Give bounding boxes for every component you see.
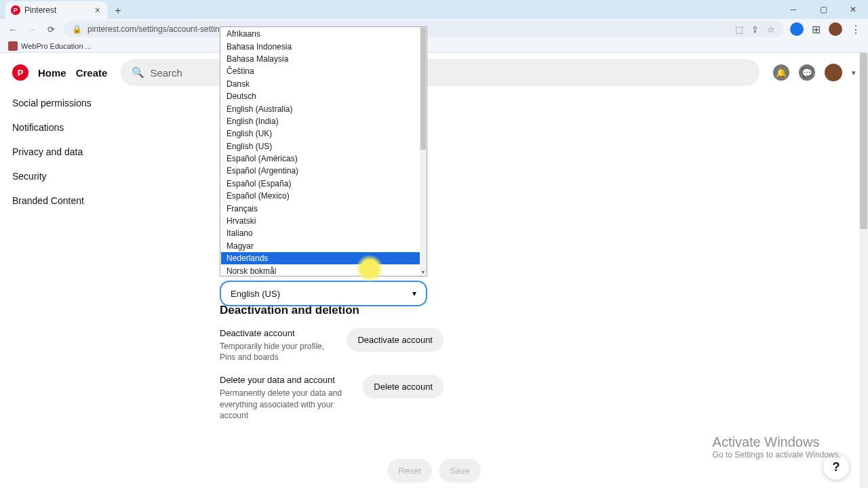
sidebar-item-security[interactable]: Security (12, 164, 134, 188)
deactivate-desc: Temporarily hide your profile, Pins and … (220, 341, 337, 363)
search-input[interactable]: 🔍 Search (121, 59, 760, 86)
account-avatar-icon[interactable] (825, 64, 842, 81)
browser-tab[interactable]: P Pinterest × (5, 1, 107, 19)
dropdown-scroll-thumb[interactable] (420, 28, 426, 150)
language-option[interactable]: Español (Américas) (221, 152, 420, 165)
pinterest-logo-icon[interactable]: P (12, 64, 28, 81)
page-scrollbar[interactable] (859, 53, 868, 488)
language-option[interactable]: Italiano (221, 227, 420, 239)
url-text: pinterest.com/settings/account-settings/ (87, 24, 231, 34)
dropdown-scrollbar[interactable]: ▾ (420, 27, 427, 276)
language-option[interactable]: Bahasa Malaysia (221, 53, 420, 65)
bookmarks-bar: WebPro Education ... (0, 39, 868, 53)
sidebar-item-notifications[interactable]: Notifications (12, 115, 134, 140)
browser-toolbar: ← → ⟳ 🔒 pinterest.com/settings/account-s… (0, 19, 868, 39)
language-option[interactable]: Español (Argentina) (221, 165, 420, 177)
language-dropdown[interactable]: AfrikaansBahasa IndonesiaBahasa Malaysia… (220, 26, 427, 277)
star-icon[interactable]: ☆ (767, 24, 775, 35)
windows-watermark: Activate Windows Go to Settings to activ… (713, 434, 841, 460)
maximize-button[interactable]: ▢ (808, 0, 838, 19)
deactivate-row: Deactivate account Temporarily hide your… (220, 328, 443, 363)
search-icon: 🔍 (132, 66, 144, 79)
minimize-button[interactable]: ─ (778, 0, 808, 19)
notifications-icon[interactable]: 🔔 (773, 64, 789, 81)
tab-title: Pinterest (24, 5, 56, 15)
deactivate-button[interactable]: Deactivate account (347, 328, 443, 352)
nav-home[interactable]: Home (38, 67, 66, 79)
language-option[interactable]: English (UK) (221, 127, 420, 140)
menu-icon[interactable]: ⋮ (850, 23, 861, 36)
lock-icon: 🔒 (72, 24, 82, 34)
deactivate-label: Deactivate account (220, 328, 337, 338)
extensions-icon[interactable]: ⊞ (812, 23, 821, 36)
watermark-sub: Go to Settings to activate Windows. (713, 450, 841, 460)
language-option[interactable]: Bahasa Indonesia (221, 40, 420, 52)
pinterest-header: P Home Create 🔍 Search 🔔 💬 ▾ (0, 53, 868, 92)
forward-icon[interactable]: → (26, 24, 38, 35)
settings-sidebar: Social permissions Notifications Privacy… (12, 91, 134, 213)
watermark-title: Activate Windows (713, 434, 841, 450)
language-option[interactable]: English (US) (221, 140, 420, 152)
scroll-down-icon[interactable]: ▾ (420, 269, 427, 276)
messages-icon[interactable]: 💬 (799, 64, 815, 81)
sidebar-item-privacy-data[interactable]: Privacy and data (12, 140, 134, 164)
language-option[interactable]: English (Australia) (221, 102, 420, 115)
chevron-down-icon[interactable]: ▾ (852, 68, 856, 77)
settings-main: Deactivation and deletion Deactivate acc… (220, 304, 443, 433)
language-option[interactable]: Deutsch (221, 90, 420, 102)
page-scroll-thumb[interactable] (860, 53, 867, 229)
bookmark-favicon-icon (8, 41, 18, 51)
close-icon[interactable]: × (95, 5, 100, 16)
language-option[interactable]: Čeština (221, 65, 420, 77)
reload-icon[interactable]: ⟳ (45, 24, 57, 35)
language-option[interactable]: Français (221, 202, 420, 214)
language-option[interactable]: English (India) (221, 115, 420, 127)
language-option[interactable]: Norsk bokmål (221, 264, 420, 275)
reset-button[interactable]: Reset (387, 459, 432, 483)
language-select-value: English (US) (231, 289, 280, 299)
language-option[interactable]: Hrvatski (221, 215, 420, 227)
language-option[interactable]: Español (Mexico) (221, 190, 420, 202)
chevron-down-icon: ▾ (412, 289, 416, 298)
language-option[interactable]: Afrikaans (221, 28, 420, 40)
delete-desc: Permanently delete your data and everyth… (220, 388, 353, 421)
delete-button[interactable]: Delete account (363, 375, 443, 399)
language-option[interactable]: Nederlands (221, 252, 420, 264)
nav-create[interactable]: Create (76, 67, 108, 79)
delete-row: Delete your data and account Permanently… (220, 375, 443, 421)
pinterest-favicon-icon: P (11, 5, 20, 15)
search-placeholder: Search (150, 67, 182, 79)
language-option[interactable]: Magyar (221, 240, 420, 252)
share-icon[interactable]: ⇪ (751, 24, 759, 35)
page-viewport: P Home Create 🔍 Search 🔔 💬 ▾ Social perm… (0, 53, 868, 488)
sidebar-item-social-permissions[interactable]: Social permissions (12, 91, 134, 115)
back-icon[interactable]: ← (7, 24, 19, 35)
delete-label: Delete your data and account (220, 375, 353, 385)
language-option[interactable]: Dansk (221, 78, 420, 90)
form-actions: Reset Save (387, 459, 481, 483)
sidebar-item-branded-content[interactable]: Branded Content (12, 188, 134, 213)
language-select[interactable]: English (US) ▾ (220, 281, 427, 306)
install-icon[interactable]: ⬚ (735, 24, 743, 35)
close-window-button[interactable]: ✕ (838, 0, 868, 19)
new-tab-button[interactable]: + (110, 3, 126, 19)
extension-icon[interactable] (790, 22, 804, 36)
language-option[interactable]: Español (España) (221, 178, 420, 190)
browser-titlebar: P Pinterest × + ─ ▢ ✕ (0, 0, 868, 19)
profile-avatar-icon[interactable] (829, 22, 842, 36)
bookmark-item[interactable]: WebPro Education ... (21, 42, 92, 50)
save-button[interactable]: Save (439, 459, 481, 483)
